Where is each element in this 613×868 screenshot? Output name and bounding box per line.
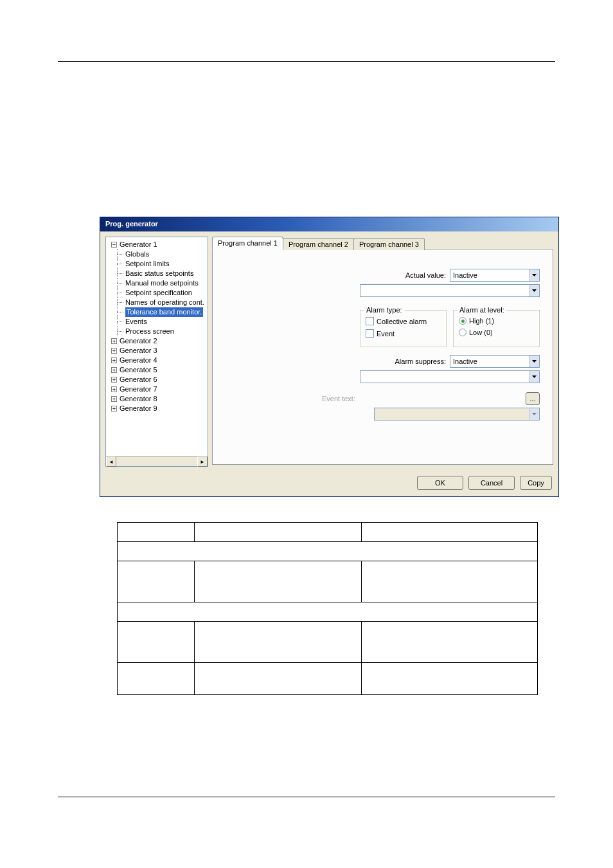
tree-node-generator-6[interactable]: +Generator 6: [107, 375, 206, 384]
table-cell: [195, 523, 362, 542]
tab-program-channel-2[interactable]: Program channel 2: [283, 238, 354, 250]
table-cell-span: [118, 542, 538, 561]
svg-marker-0: [532, 274, 537, 276]
event-text-browse-button[interactable]: ...: [526, 392, 540, 405]
expand-icon[interactable]: +: [111, 357, 117, 363]
scroll-left-icon[interactable]: ◄: [106, 457, 116, 467]
tree-node-process-screen[interactable]: Process screen: [107, 327, 206, 336]
table-row: [118, 622, 538, 663]
table-cell: [362, 663, 538, 695]
spec-table: [117, 522, 538, 695]
collapse-icon[interactable]: −: [111, 242, 117, 248]
ok-button[interactable]: OK: [417, 476, 463, 490]
table-cell: [118, 663, 195, 695]
table-row: [118, 523, 538, 542]
collective-alarm-checkbox[interactable]: Collective alarm: [366, 317, 441, 325]
table-cell: [118, 561, 195, 602]
tree-node-generator-8[interactable]: +Generator 8: [107, 394, 206, 404]
alarm-type-group: Alarm type: Collective alarm Event: [360, 310, 447, 347]
expand-icon[interactable]: +: [111, 396, 117, 402]
expand-icon[interactable]: +: [111, 338, 117, 344]
tab-program-channel-1[interactable]: Program channel 1: [212, 237, 283, 249]
tree-node-generator-5[interactable]: +Generator 5: [107, 365, 206, 375]
table-row: [118, 542, 538, 561]
table-cell: [118, 622, 195, 663]
tree-node-events[interactable]: Events: [107, 317, 206, 327]
table-cell: [362, 561, 538, 602]
tree-node-generator-1[interactable]: − Generator 1: [107, 240, 206, 249]
event-text-label: Event text:: [315, 395, 526, 402]
chevron-down-icon[interactable]: [529, 269, 539, 281]
tree-node-manual-mode-setpoints[interactable]: Manual mode setpoints: [107, 278, 206, 288]
actual-value-secondary-select[interactable]: [360, 284, 540, 297]
table-cell: [118, 523, 195, 542]
tree-horizontal-scrollbar[interactable]: ◄ ►: [106, 456, 208, 466]
expand-icon[interactable]: +: [111, 367, 117, 373]
alarm-at-level-group: Alarm at level: High (1) Low (0): [453, 310, 540, 347]
svg-marker-1: [532, 289, 537, 292]
dialog-title: Prog. generator: [105, 220, 158, 228]
table-cell: [195, 622, 362, 663]
tree-node-generator-3[interactable]: +Generator 3: [107, 346, 206, 356]
cancel-button[interactable]: Cancel: [468, 476, 515, 490]
table-cell: [362, 523, 538, 542]
chevron-down-icon[interactable]: [529, 371, 539, 383]
alarm-at-level-legend: Alarm at level:: [458, 306, 506, 314]
alarm-suppress-secondary-select[interactable]: [360, 370, 540, 383]
tab-strip: Program channel 1 Program channel 2 Prog…: [212, 237, 553, 249]
dialog-button-row: OK Cancel Copy: [100, 472, 558, 496]
tree-node-tolerance-band-monitor[interactable]: Tolerance band monitor.: [107, 307, 206, 317]
actual-value-select[interactable]: Inactive: [450, 269, 540, 282]
alarm-suppress-label: Alarm suppress:: [395, 357, 450, 365]
actual-value-label: Actual value:: [405, 271, 450, 279]
dialog-title-bar[interactable]: Prog. generator: [100, 217, 558, 231]
table-row: [118, 561, 538, 602]
table-cell: [195, 561, 362, 602]
chevron-down-icon[interactable]: [529, 356, 539, 367]
table-cell: [362, 622, 538, 663]
prog-generator-dialog: Prog. generator − Generator 1 Globals Se…: [100, 217, 559, 497]
svg-marker-4: [532, 413, 537, 415]
expand-icon[interactable]: +: [111, 406, 117, 411]
event-checkbox[interactable]: Event: [366, 329, 441, 338]
copy-button[interactable]: Copy: [520, 476, 552, 490]
checkbox-icon: [366, 317, 374, 325]
tree-node-globals[interactable]: Globals: [107, 249, 206, 259]
scroll-right-icon[interactable]: ►: [197, 457, 208, 467]
expand-icon[interactable]: +: [111, 348, 117, 354]
alarm-suppress-select[interactable]: Inactive: [450, 355, 540, 368]
radio-icon: [459, 329, 466, 336]
tree-node-setpoint-limits[interactable]: Setpoint limits: [107, 259, 206, 269]
svg-marker-2: [532, 360, 537, 363]
tree-node-names-operating-cont[interactable]: Names of operating cont.: [107, 298, 206, 307]
table-row: [118, 602, 538, 622]
svg-marker-3: [532, 375, 537, 378]
table-cell: [195, 663, 362, 695]
tree-node-generator-2[interactable]: +Generator 2: [107, 336, 206, 346]
tree-node-setpoint-specification[interactable]: Setpoint specification: [107, 288, 206, 298]
tree-node-generator-4[interactable]: +Generator 4: [107, 356, 206, 365]
tree-node-basic-status-setpoints[interactable]: Basic status setpoints: [107, 269, 206, 278]
bottom-divider: [58, 797, 555, 797]
form-pane: Program channel 1 Program channel 2 Prog…: [212, 237, 553, 467]
chevron-down-icon[interactable]: [529, 408, 539, 420]
tab-body: Actual value: Inactive: [212, 249, 553, 465]
alarm-level-high-radio[interactable]: High (1): [459, 317, 534, 325]
tree-navigation[interactable]: − Generator 1 Globals Setpoint limits Ba…: [105, 237, 208, 467]
table-row: [118, 663, 538, 695]
tree-node-generator-7[interactable]: +Generator 7: [107, 384, 206, 394]
event-text-select[interactable]: [374, 408, 540, 420]
expand-icon[interactable]: +: [111, 377, 117, 383]
top-divider: [58, 61, 555, 62]
tree-node-generator-9[interactable]: +Generator 9: [107, 404, 206, 413]
expand-icon[interactable]: +: [111, 386, 117, 392]
tab-program-channel-3[interactable]: Program channel 3: [353, 238, 425, 250]
checkbox-icon: [366, 329, 374, 338]
radio-checked-icon: [459, 317, 466, 325]
table-cell-span: [118, 602, 538, 622]
alarm-level-low-radio[interactable]: Low (0): [459, 329, 534, 336]
chevron-down-icon[interactable]: [529, 285, 539, 296]
alarm-type-legend: Alarm type:: [364, 306, 404, 314]
